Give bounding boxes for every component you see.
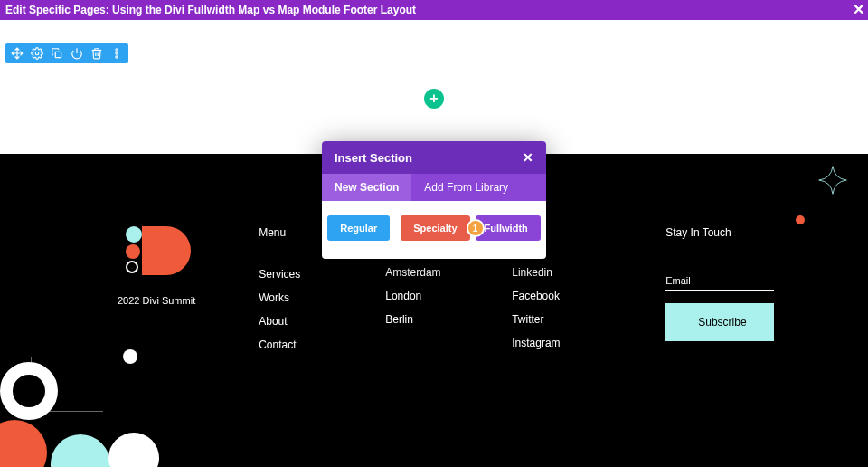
decorative-shapes <box>0 349 181 467</box>
social-link-facebook[interactable]: Facebook <box>512 290 602 302</box>
page-title: Edit Specific Pages: Using the Divi Full… <box>5 4 416 16</box>
modal-tabs: New Section Add From Library <box>322 174 546 201</box>
regular-section-button[interactable]: Regular <box>327 215 390 241</box>
menu-link-about[interactable]: About <box>259 315 349 328</box>
email-field[interactable] <box>665 290 774 291</box>
location-link-berlin[interactable]: Berlin <box>385 313 476 326</box>
specialty-section-button[interactable]: Specialty <box>401 215 469 241</box>
subscribe-button[interactable]: Subscribe <box>665 303 774 341</box>
power-icon[interactable] <box>71 47 83 60</box>
tab-new-section[interactable]: New Section <box>322 174 411 201</box>
footer-logo-column: 2022 Divi Summit <box>118 226 195 362</box>
footer-logo <box>122 226 191 286</box>
section-toolbox <box>5 43 128 63</box>
svg-point-2 <box>116 49 118 51</box>
trash-icon[interactable] <box>90 47 103 60</box>
step-badge: 1 <box>467 219 485 237</box>
more-icon[interactable] <box>110 47 123 60</box>
menu-link-contact[interactable]: Contact <box>259 338 349 351</box>
add-module-button[interactable]: + <box>424 89 444 109</box>
email-label: Email <box>665 275 774 286</box>
svg-rect-1 <box>55 52 61 57</box>
upper-section: + + <box>0 20 868 154</box>
close-icon[interactable]: ✕ <box>853 0 864 20</box>
diamond-icon <box>817 165 848 195</box>
modal-header: Insert Section ✕ <box>322 141 546 174</box>
tab-add-from-library[interactable]: Add From Library <box>411 174 521 201</box>
social-link-instagram[interactable]: Instagram <box>512 337 602 349</box>
location-link-london[interactable]: London <box>385 290 476 302</box>
modal-body: Regular Specialty 1 Fullwidth <box>322 201 546 259</box>
footer-logo-caption: 2022 Divi Summit <box>118 295 195 306</box>
location-link-amsterdam[interactable]: Amsterdam <box>385 266 476 279</box>
insert-section-modal: Insert Section ✕ New Section Add From Li… <box>322 141 546 259</box>
fullwidth-section-button[interactable]: 1 Fullwidth <box>476 215 541 241</box>
modal-title: Insert Section <box>335 151 412 165</box>
fullwidth-label: Fullwidth <box>485 223 528 234</box>
move-icon[interactable] <box>11 47 24 60</box>
page-title-bar: Edit Specific Pages: Using the Divi Full… <box>0 0 868 20</box>
social-link-twitter[interactable]: Twitter <box>512 313 602 326</box>
footer-subscribe-column: Stay In Touch Email Subscribe <box>665 226 774 362</box>
svg-point-0 <box>35 52 39 55</box>
dot-icon <box>796 215 805 224</box>
svg-point-3 <box>116 52 118 54</box>
gear-icon[interactable] <box>31 47 43 60</box>
menu-link-services[interactable]: Services <box>259 268 349 281</box>
modal-close-icon[interactable]: ✕ <box>523 150 533 165</box>
social-link-linkedin[interactable]: Linkedin <box>512 266 602 279</box>
svg-point-4 <box>116 56 118 58</box>
duplicate-icon[interactable] <box>51 47 63 60</box>
menu-link-works[interactable]: Works <box>259 291 349 304</box>
stay-in-touch-heading: Stay In Touch <box>665 226 774 239</box>
